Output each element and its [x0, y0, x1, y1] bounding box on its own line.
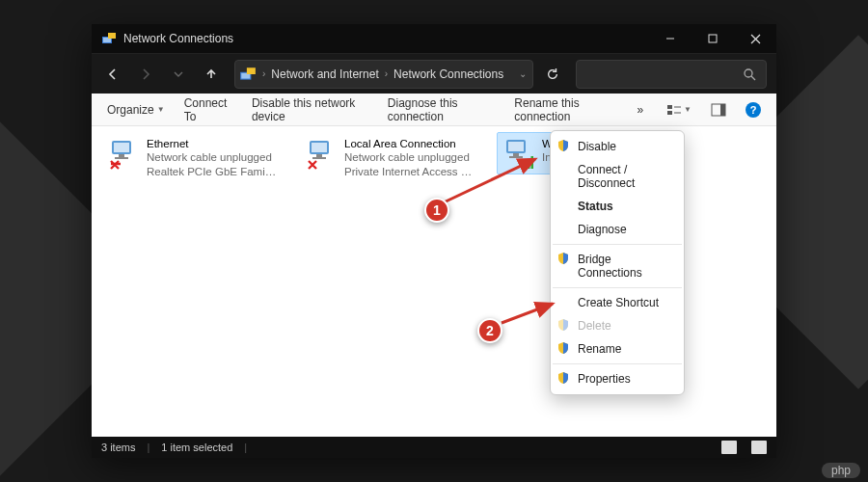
separator: | — [244, 442, 247, 453]
help-button[interactable]: ? — [738, 98, 769, 121]
svg-point-10 — [745, 69, 752, 77]
separator — [553, 287, 682, 288]
preview-pane-button[interactable] — [703, 99, 734, 120]
svg-rect-21 — [115, 157, 128, 159]
annotation-marker-1: 1 — [424, 198, 449, 223]
chevron-right-icon: › — [383, 68, 390, 79]
organize-menu[interactable]: Organize▼ — [99, 99, 173, 120]
app-icon — [101, 31, 117, 46]
shield-icon — [556, 139, 570, 152]
connection-device: Realtek PCIe GbE Family Controller — [147, 165, 278, 178]
maximize-button[interactable] — [692, 24, 734, 53]
titlebar: Network Connections — [92, 24, 776, 53]
rename-connection-button[interactable]: Rename this connection — [506, 93, 625, 127]
shield-icon — [556, 252, 570, 265]
ctx-delete: Delete — [551, 314, 684, 337]
chevron-down-icon[interactable]: ⌄ — [517, 68, 529, 79]
svg-rect-29 — [508, 142, 524, 151]
statusbar: 3 items | 1 item selected | — [92, 437, 776, 458]
connection-item-ethernet[interactable]: Ethernet Network cable unplugged Realtek… — [101, 132, 285, 183]
context-menu: Disable Connect / Disconnect Status Diag… — [550, 130, 685, 395]
svg-rect-2 — [108, 33, 116, 39]
navbar: › Network and Internet › Network Connect… — [92, 53, 776, 94]
watermark: php — [822, 463, 860, 478]
svg-line-11 — [751, 76, 755, 80]
disable-device-button[interactable]: Disable this network device — [244, 93, 376, 127]
separator — [553, 363, 682, 364]
svg-rect-27 — [312, 157, 326, 159]
help-icon: ? — [746, 102, 761, 118]
chevron-right-icon: › — [260, 68, 267, 79]
details-view-button[interactable] — [721, 441, 737, 454]
ctx-rename[interactable]: Rename — [551, 337, 684, 361]
svg-rect-17 — [720, 104, 725, 116]
svg-rect-12 — [667, 105, 672, 109]
shield-icon — [556, 371, 570, 385]
breadcrumb-segment[interactable]: Network Connections — [390, 67, 507, 81]
search-box[interactable] — [576, 60, 767, 89]
svg-line-37 — [502, 304, 553, 323]
svg-line-36 — [444, 159, 535, 202]
svg-rect-13 — [667, 111, 672, 115]
ctx-properties[interactable]: Properties — [551, 367, 684, 390]
connection-name: Ethernet — [147, 137, 278, 150]
command-bar: Organize▼ Connect To Disable this networ… — [92, 94, 776, 126]
connect-to-button[interactable]: Connect To — [176, 93, 240, 127]
ctx-diagnose[interactable]: Diagnose — [551, 218, 684, 241]
ctx-disable[interactable]: Disable — [551, 135, 684, 158]
annotation-marker-2: 2 — [477, 318, 502, 343]
status-item-count: 3 items — [101, 442, 135, 453]
annotation-arrow — [497, 299, 564, 328]
close-button[interactable] — [734, 24, 776, 53]
connection-name: Local Area Connection — [344, 137, 475, 150]
nav-forward-button[interactable] — [130, 59, 161, 90]
breadcrumb-segment[interactable]: Network and Internet — [267, 67, 382, 81]
ethernet-icon — [108, 137, 141, 170]
annotation-arrow — [434, 154, 550, 212]
ctx-connect[interactable]: Connect / Disconnect — [551, 158, 684, 195]
minimize-button[interactable] — [649, 24, 692, 53]
search-icon — [743, 67, 756, 81]
nav-recent-button[interactable] — [163, 59, 194, 90]
window-title: Network Connections — [123, 32, 233, 45]
lan-icon — [306, 137, 339, 170]
svg-rect-9 — [247, 67, 256, 74]
svg-rect-26 — [316, 154, 322, 157]
ctx-status[interactable]: Status — [551, 195, 684, 218]
view-options-button[interactable]: ▼ — [659, 99, 699, 120]
address-icon — [239, 66, 257, 83]
svg-rect-25 — [312, 143, 327, 152]
separator — [553, 244, 682, 245]
ctx-shortcut[interactable]: Create Shortcut — [551, 291, 684, 314]
address-bar[interactable]: › Network and Internet › Network Connect… — [234, 60, 533, 89]
svg-rect-19 — [114, 143, 129, 152]
shield-icon — [556, 341, 570, 355]
diagnose-connection-button[interactable]: Diagnose this connection — [380, 93, 503, 127]
icons-view-button[interactable] — [751, 441, 767, 454]
connection-status: Network cable unplugged — [147, 150, 278, 164]
svg-rect-4 — [709, 35, 717, 42]
svg-rect-20 — [119, 154, 124, 157]
separator: | — [147, 442, 149, 453]
refresh-button[interactable] — [537, 59, 568, 90]
nav-back-button[interactable] — [97, 59, 128, 90]
nav-up-button[interactable] — [196, 59, 227, 90]
ctx-bridge[interactable]: Bridge Connections — [551, 248, 684, 284]
status-selected-count: 1 item selected — [161, 442, 232, 453]
overflow-button[interactable]: » — [629, 99, 651, 120]
